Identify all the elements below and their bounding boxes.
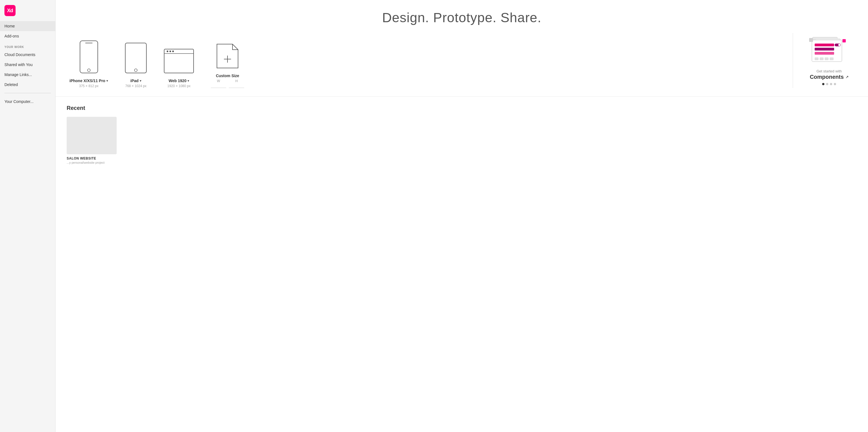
preset-web1920-label: Web 1920 ▾ <box>168 78 189 83</box>
svg-rect-17 <box>815 52 834 55</box>
recent-section: Recent SALON WEBSITE ...y personal\websi… <box>56 97 868 173</box>
ipad-chevron-icon: ▾ <box>140 79 142 83</box>
preset-ipad-dims: 768 × 1024 px <box>125 84 146 88</box>
svg-rect-16 <box>815 48 834 51</box>
svg-rect-22 <box>825 58 829 60</box>
svg-rect-23 <box>830 58 834 60</box>
promo-dot-2[interactable] <box>826 83 828 85</box>
custom-size-label: Custom Size <box>216 73 239 78</box>
svg-rect-5 <box>164 49 194 73</box>
doc-presets: iPhone X/XS/11 Pro ▾ 375 × 812 px iPad ▾ <box>67 33 784 88</box>
file-thumbnail-salon-website <box>67 117 117 154</box>
width-input-group: W <box>211 79 226 88</box>
sidebar: Xd Home Add-ons YOUR WORK Cloud Document… <box>0 0 56 432</box>
height-input[interactable] <box>229 84 244 88</box>
preset-web1920-dims: 1920 × 1080 px <box>167 84 190 88</box>
promo-illustration <box>807 36 851 66</box>
external-link-icon: ↗ <box>845 75 848 79</box>
main-content: Design. Prototype. Share. iPhone X/XS/11… <box>56 0 868 432</box>
preset-iphone[interactable]: iPhone X/XS/11 Pro ▾ 375 × 812 px <box>67 40 111 88</box>
sidebar-section-your-work: YOUR WORK <box>0 41 55 49</box>
preset-iphone-label: iPhone X/XS/11 Pro ▾ <box>69 78 108 83</box>
preset-iphone-dims: 375 × 812 px <box>79 84 99 88</box>
hero-title: Design. Prototype. Share. <box>56 0 868 33</box>
custom-size-icon <box>216 43 239 70</box>
height-input-group: H <box>229 79 244 88</box>
promo-dot-3[interactable] <box>830 83 832 85</box>
web1920-icon <box>164 48 194 75</box>
promo-dot-4[interactable] <box>834 83 836 85</box>
width-input[interactable] <box>211 84 226 88</box>
ipad-icon <box>125 42 147 75</box>
svg-point-9 <box>172 51 174 52</box>
file-card-salon-website[interactable]: SALON WEBSITE ...y personal\website proj… <box>67 117 117 164</box>
sidebar-item-addons[interactable]: Add-ons <box>0 31 55 41</box>
sidebar-nav: Home Add-ons YOUR WORK Cloud Documents S… <box>0 21 55 432</box>
svg-point-8 <box>169 51 171 52</box>
promo-dots <box>822 83 836 85</box>
svg-rect-20 <box>815 58 818 60</box>
sidebar-item-cloud-documents[interactable]: Cloud Documents <box>0 49 55 60</box>
recent-title: Recent <box>67 105 857 111</box>
iphone-chevron-icon: ▾ <box>106 79 108 83</box>
sidebar-item-manage-links[interactable]: Manage Links... <box>0 70 55 79</box>
iphone-icon <box>80 40 98 75</box>
preset-ipad[interactable]: iPad ▾ 768 × 1024 px <box>122 42 150 88</box>
preset-web1920[interactable]: Web 1920 ▾ 1920 × 1080 px <box>161 48 197 88</box>
preset-custom[interactable]: Custom Size W H <box>208 43 247 88</box>
svg-rect-0 <box>80 41 98 73</box>
file-name-salon-website: SALON WEBSITE <box>67 157 117 160</box>
web1920-chevron-icon: ▾ <box>187 79 189 83</box>
file-path-salon-website: ...y personal\website project <box>67 161 117 164</box>
promo-card[interactable]: Get started with Components ↗ <box>801 33 857 88</box>
preset-ipad-label: iPad ▾ <box>130 78 142 83</box>
promo-subtitle: Get started with <box>816 69 842 73</box>
svg-point-19 <box>838 44 840 46</box>
promo-dot-1[interactable] <box>822 83 825 85</box>
svg-rect-24 <box>842 39 846 42</box>
new-doc-section: iPhone X/XS/11 Pro ▾ 375 × 812 px iPad ▾ <box>56 33 868 97</box>
recent-files: SALON WEBSITE ...y personal\website proj… <box>67 117 857 164</box>
sidebar-item-your-computer[interactable]: Your Computer... <box>0 97 55 106</box>
promo-title: Components ↗ <box>810 74 848 80</box>
svg-point-7 <box>167 51 168 52</box>
custom-size-inputs: W H <box>211 79 244 88</box>
svg-rect-25 <box>809 38 813 42</box>
sidebar-item-deleted[interactable]: Deleted <box>0 79 55 90</box>
svg-rect-21 <box>820 58 824 60</box>
sidebar-item-home[interactable]: Home <box>0 21 55 31</box>
sidebar-item-shared-with-you[interactable]: Shared with You <box>0 60 55 70</box>
sidebar-divider <box>4 93 51 93</box>
svg-rect-15 <box>815 43 834 46</box>
svg-rect-3 <box>125 43 146 73</box>
logo-area: Xd <box>0 0 55 21</box>
xd-logo-icon: Xd <box>4 5 16 16</box>
